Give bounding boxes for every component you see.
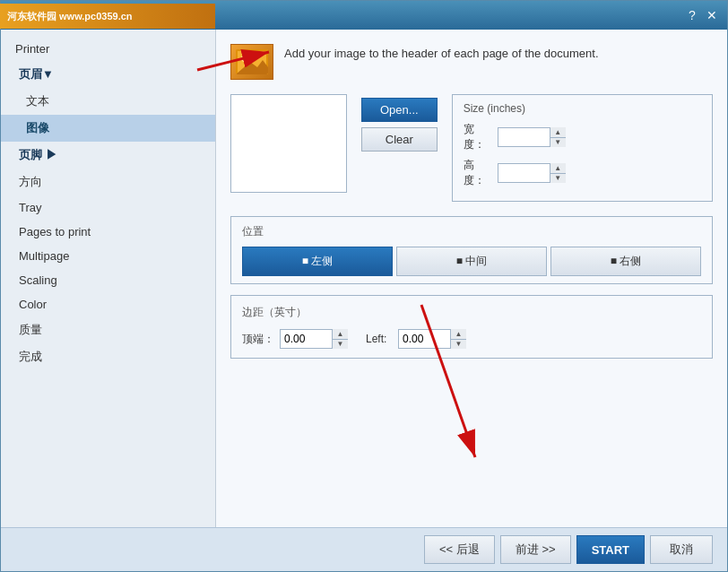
left-up[interactable]: ▲ — [451, 329, 466, 340]
main-content: Printer 页眉▼ 文本 图像 页脚 ▶ 方向 Tray Pages to … — [1, 30, 727, 527]
watermark-text: 河东软件园 www.pc0359.cn — [7, 10, 133, 23]
position-left-button[interactable]: ■ 左侧 — [242, 247, 393, 276]
cancel-button[interactable]: 取消 — [650, 535, 713, 564]
top-up[interactable]: ▲ — [333, 329, 348, 340]
width-down[interactable]: ▼ — [550, 138, 566, 148]
left-margin-field: Left: ▲ ▼ — [366, 329, 466, 349]
sidebar-footer-label: 页脚 ▶ — [19, 147, 57, 163]
width-row: 宽度： ▲ ▼ — [464, 122, 701, 152]
width-up[interactable]: ▲ — [550, 127, 566, 138]
sidebar-color-label: Color — [19, 298, 47, 311]
sidebar-direction-label: 方向 — [19, 174, 42, 190]
sidebar-item-pages[interactable]: Pages to print — [1, 220, 215, 244]
sidebar-text-label: 文本 — [26, 93, 49, 109]
size-group-title: Size (inches) — [464, 102, 701, 115]
height-spinner[interactable]: ▲ ▼ — [498, 163, 566, 183]
sidebar-item-scaling[interactable]: Scaling — [1, 268, 215, 292]
margin-group: 边距（英寸） 顶端： ▲ ▼ Left: — [230, 295, 713, 359]
position-buttons: ■ 左侧 ■ 中间 ■ 右侧 — [242, 247, 701, 276]
sidebar-item-header[interactable]: 页眉▼ — [1, 61, 215, 88]
titlebar-controls: ? ✕ — [684, 7, 720, 23]
sidebar-pages-label: Pages to print — [19, 225, 91, 238]
main-window: Print PDF ? ✕ 河东软件园 www.pc0359.cn Printe… — [0, 0, 728, 572]
left-arrows: ▲ ▼ — [450, 329, 466, 349]
size-group: Size (inches) 宽度： ▲ ▼ 高度： — [452, 94, 713, 202]
width-arrows: ▲ ▼ — [550, 127, 566, 147]
image-preview — [230, 94, 347, 193]
sidebar-item-finish[interactable]: 完成 — [1, 343, 215, 370]
width-spinner[interactable]: ▲ ▼ — [498, 127, 566, 147]
top-down[interactable]: ▼ — [333, 340, 348, 350]
height-up[interactable]: ▲ — [550, 163, 566, 174]
sidebar-multipage-label: Multipage — [19, 249, 69, 263]
watermark-bar: 河东软件园 www.pc0359.cn — [0, 4, 215, 29]
help-button[interactable]: ? — [684, 7, 700, 23]
image-icon — [236, 49, 268, 74]
open-button[interactable]: Open... — [361, 98, 438, 122]
sidebar-printer[interactable]: Printer — [1, 37, 215, 61]
clear-button[interactable]: Clear — [361, 127, 438, 152]
position-group: 位置 ■ 左侧 ■ 中间 ■ 右侧 — [230, 216, 713, 284]
sidebar-item-tray[interactable]: Tray — [1, 195, 215, 220]
header-section: Add your image to the header of each pag… — [230, 44, 713, 80]
back-button[interactable]: << 后退 — [424, 535, 495, 564]
margin-row: 顶端： ▲ ▼ Left: — [242, 329, 701, 349]
height-down[interactable]: ▼ — [550, 174, 566, 184]
top-margin-field: 顶端： ▲ ▼ — [242, 329, 348, 349]
footer: << 后退 前进 >> START 取消 — [1, 527, 727, 571]
sidebar-item-image[interactable]: 图像 — [1, 115, 215, 142]
header-description: Add your image to the header of each pag… — [284, 44, 599, 62]
sidebar-item-quality[interactable]: 质量 — [1, 316, 215, 343]
sidebar-item-multipage[interactable]: Multipage — [1, 244, 215, 268]
svg-point-2 — [241, 55, 248, 62]
image-icon-box — [230, 44, 273, 80]
position-title: 位置 — [242, 224, 701, 239]
sidebar-quality-label: 质量 — [19, 322, 42, 338]
content-row: Open... Clear Size (inches) 宽度： ▲ ▼ — [230, 94, 713, 202]
top-margin-label: 顶端： — [242, 332, 274, 347]
position-center-button[interactable]: ■ 中间 — [396, 247, 547, 276]
buttons-col: Open... Clear — [361, 94, 438, 202]
sidebar-item-text[interactable]: 文本 — [1, 88, 215, 115]
width-label: 宽度： — [464, 122, 492, 152]
start-button[interactable]: START — [576, 535, 645, 564]
sidebar-header-label: 页眉▼ — [19, 66, 54, 82]
sidebar-image-label: 图像 — [26, 120, 49, 136]
sidebar-scaling-label: Scaling — [19, 273, 57, 287]
close-button[interactable]: ✕ — [704, 7, 720, 23]
sidebar-item-footer[interactable]: 页脚 ▶ — [1, 142, 215, 169]
sidebar-tray-label: Tray — [19, 201, 42, 214]
left-margin-label: Left: — [366, 333, 393, 345]
sidebar: Printer 页眉▼ 文本 图像 页脚 ▶ 方向 Tray Pages to … — [1, 30, 216, 527]
position-right-button[interactable]: ■ 右侧 — [550, 247, 701, 276]
height-row: 高度： ▲ ▼ — [464, 158, 701, 188]
height-arrows: ▲ ▼ — [550, 163, 566, 183]
forward-button[interactable]: 前进 >> — [500, 535, 571, 564]
sidebar-item-color[interactable]: Color — [1, 292, 215, 316]
left-spinner[interactable]: ▲ ▼ — [398, 329, 466, 349]
margin-title: 边距（英寸） — [242, 305, 701, 320]
right-panel: Add your image to the header of each pag… — [216, 30, 727, 527]
sidebar-finish-label: 完成 — [19, 349, 42, 365]
top-arrows: ▲ ▼ — [332, 329, 348, 349]
top-spinner[interactable]: ▲ ▼ — [280, 329, 348, 349]
sidebar-item-direction[interactable]: 方向 — [1, 169, 215, 195]
sidebar-printer-label: Printer — [15, 42, 49, 56]
left-down[interactable]: ▼ — [451, 340, 466, 350]
height-label: 高度： — [464, 158, 492, 188]
